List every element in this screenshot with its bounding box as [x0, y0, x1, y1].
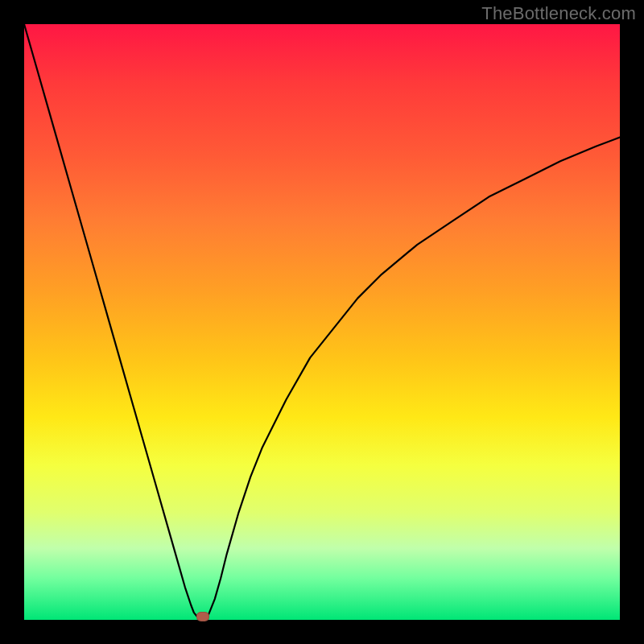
bottleneck-curve [24, 24, 620, 620]
plot-area [24, 24, 620, 620]
chart-frame: TheBottleneck.com [0, 0, 644, 644]
optimum-marker [196, 612, 209, 621]
attribution-text: TheBottleneck.com [481, 3, 636, 24]
